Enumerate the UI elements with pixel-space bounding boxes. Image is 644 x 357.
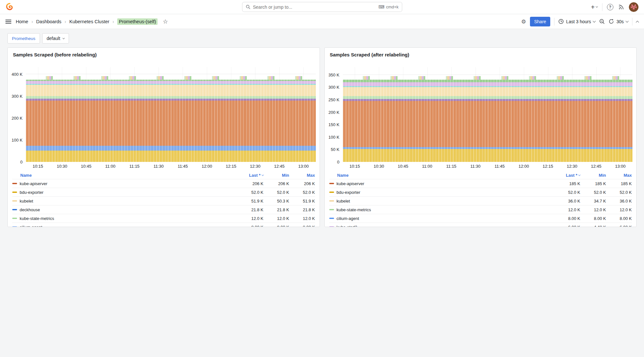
- series-max: 52.0 K: [609, 190, 632, 195]
- chart-plot-area[interactable]: [343, 67, 633, 162]
- y-tick: 100 K: [12, 138, 23, 143]
- legend-row[interactable]: kubelet 51.9 K 50.3 K 51.9 K: [12, 196, 315, 205]
- panel-title[interactable]: Samples Scraped (after relabeling): [330, 52, 409, 57]
- series-color-swatch: [329, 192, 334, 193]
- legend-header-min[interactable]: Min: [583, 173, 606, 178]
- x-tick: 13:00: [615, 164, 626, 169]
- legend-row[interactable]: bdu-exporter 52.0 K 52.0 K 52.0 K: [329, 188, 632, 196]
- legend-header-min[interactable]: Min: [266, 173, 289, 178]
- series-name[interactable]: kube-apiserver: [337, 181, 364, 186]
- legend-table: Name Last * Min Max kube-apiserver 206 K…: [8, 172, 320, 227]
- series-name[interactable]: bdu-exporter: [20, 190, 43, 195]
- chart-plot-area[interactable]: [26, 67, 316, 162]
- legend-row[interactable]: kube-state-metrics 12.0 K 12.0 K 12.0 K: [12, 214, 315, 223]
- chevron-down-icon: [62, 37, 65, 39]
- panel-samples-after-relabeling[interactable]: Samples Scraped (after relabeling) 350 K…: [324, 47, 637, 227]
- question-icon: ?: [609, 5, 611, 9]
- legend-row[interactable]: bdu-exporter 52.0 K 52.0 K 52.0 K: [12, 188, 315, 196]
- x-axis: 10:15 10:30 10:45 11:00 11:15 11:30 11:4…: [343, 164, 633, 170]
- series-name[interactable]: deckhouse: [20, 207, 40, 212]
- series-min: 34.7 K: [583, 199, 606, 203]
- time-range-picker[interactable]: Last 3 hours: [558, 19, 595, 24]
- series-name[interactable]: kube-apiserver: [20, 181, 47, 186]
- series-min: 4.48 K: [583, 225, 606, 227]
- legend-header-max[interactable]: Max: [292, 173, 315, 178]
- legend-row[interactable]: kube-apiserver 185 K 185 K 185 K: [329, 179, 632, 188]
- series-color-swatch: [329, 226, 334, 227]
- series-max: 36.0 K: [609, 199, 632, 203]
- legend-header-last[interactable]: Last *: [240, 173, 264, 178]
- breadcrumb-folder[interactable]: Kubernetes Cluster: [69, 19, 109, 24]
- legend-row[interactable]: cilium-agent 8.00 K 8.00 K 8.00 K: [12, 223, 315, 227]
- y-tick: 300 K: [12, 94, 23, 99]
- legend-row[interactable]: kubelet 36.0 K 34.7 K 36.0 K: [329, 196, 632, 205]
- refresh-picker[interactable]: 30s: [609, 19, 628, 24]
- panel-samples-before-relabeling[interactable]: Samples Scraped (before relabeling) 400 …: [7, 47, 320, 227]
- legend-header-max[interactable]: Max: [609, 173, 632, 178]
- legend-row[interactable]: cilium-agent 8.00 K 8.00 K 8.00 K: [329, 214, 632, 223]
- panel-title[interactable]: Samples Scraped (before relabeling): [13, 52, 97, 57]
- x-tick: 11:45: [495, 164, 505, 169]
- legend-header-last[interactable]: Last *: [557, 173, 580, 178]
- x-tick: 11:15: [446, 164, 457, 169]
- grafana-logo-icon[interactable]: [5, 3, 14, 11]
- series-color-swatch: [12, 226, 17, 227]
- news-feed-button[interactable]: [618, 4, 624, 10]
- panel-row: Samples Scraped (before relabeling) 400 …: [7, 47, 637, 227]
- legend-header-name[interactable]: Name: [337, 173, 349, 178]
- search-input[interactable]: [253, 5, 376, 10]
- legend-row[interactable]: kube-etcd3 6.00 K 4.48 K 6.00 K: [329, 223, 632, 227]
- user-avatar[interactable]: [629, 2, 639, 12]
- series-color-swatch: [12, 209, 17, 210]
- shortcut-hint: ⌨ cmd+k: [379, 5, 399, 9]
- legend-header-name[interactable]: Name: [20, 173, 32, 178]
- series-color-swatch: [329, 209, 334, 210]
- x-axis: 10:15 10:30 10:45 11:00 11:15 11:30 11:4…: [26, 164, 316, 170]
- bar-peaks: [26, 76, 316, 80]
- top-bar: ⌨ cmd+k + ?: [0, 0, 644, 14]
- legend-header: Name Last * Min Max: [329, 172, 632, 179]
- legend-row[interactable]: kube-apiserver 206 K 206 K 206 K: [12, 179, 315, 188]
- series-min: 206 K: [266, 181, 289, 186]
- series-name[interactable]: kube-state-metrics: [20, 216, 54, 221]
- x-tick: 11:30: [153, 164, 164, 169]
- collapse-toolbar-icon[interactable]: [636, 21, 639, 24]
- series-name[interactable]: cilium-agent: [20, 225, 42, 227]
- datasource-label: Prometheus: [12, 36, 35, 41]
- series-last: 8.00 K: [240, 225, 264, 227]
- series-last: 52.0 K: [240, 190, 264, 195]
- series-name[interactable]: kubelet: [337, 199, 350, 203]
- chevron-down-icon: [626, 19, 629, 23]
- x-tick: 11:00: [105, 164, 116, 169]
- variable-dropdown[interactable]: default: [42, 33, 69, 44]
- share-button[interactable]: Share: [530, 17, 550, 26]
- breadcrumb-home[interactable]: Home: [16, 19, 28, 24]
- series-name[interactable]: kube-etcd3: [337, 225, 357, 227]
- series-name[interactable]: cilium-agent: [337, 216, 359, 221]
- divider: [602, 3, 602, 11]
- legend-row[interactable]: deckhouse 21.8 K 21.8 K 21.8 K: [12, 205, 315, 214]
- dashboard-nav-bar: Home › Dashboards › Kubernetes Cluster ›…: [0, 14, 644, 29]
- series-name[interactable]: bdu-exporter: [337, 190, 360, 195]
- x-tick: 10:30: [57, 164, 67, 169]
- y-tick: 200 K: [12, 116, 23, 121]
- breadcrumb-dashboards[interactable]: Dashboards: [36, 19, 61, 24]
- star-icon[interactable]: ☆: [163, 18, 168, 25]
- legend-row[interactable]: kube-state-metrics 12.0 K 12.0 K 12.0 K: [329, 205, 632, 214]
- y-tick: 350 K: [329, 73, 340, 77]
- series-name[interactable]: kubelet: [20, 199, 33, 203]
- global-search[interactable]: ⌨ cmd+k: [242, 2, 402, 12]
- new-button[interactable]: +: [591, 4, 598, 10]
- gear-icon[interactable]: ⚙: [521, 18, 526, 25]
- breadcrumb: Home › Dashboards › Kubernetes Cluster ›…: [16, 18, 158, 25]
- zoom-out-icon[interactable]: [599, 19, 605, 24]
- series-name[interactable]: kube-state-metrics: [337, 207, 371, 212]
- series-max: 185 K: [609, 181, 632, 186]
- series-max: 6.00 K: [609, 225, 632, 227]
- datasource-picker[interactable]: Prometheus: [7, 33, 40, 44]
- help-button[interactable]: ?: [607, 4, 613, 10]
- series-max: 21.8 K: [292, 207, 315, 212]
- menu-icon[interactable]: [5, 20, 11, 24]
- breadcrumb-current[interactable]: Prometheus-(self): [117, 18, 158, 25]
- bar-peaks: [343, 76, 633, 80]
